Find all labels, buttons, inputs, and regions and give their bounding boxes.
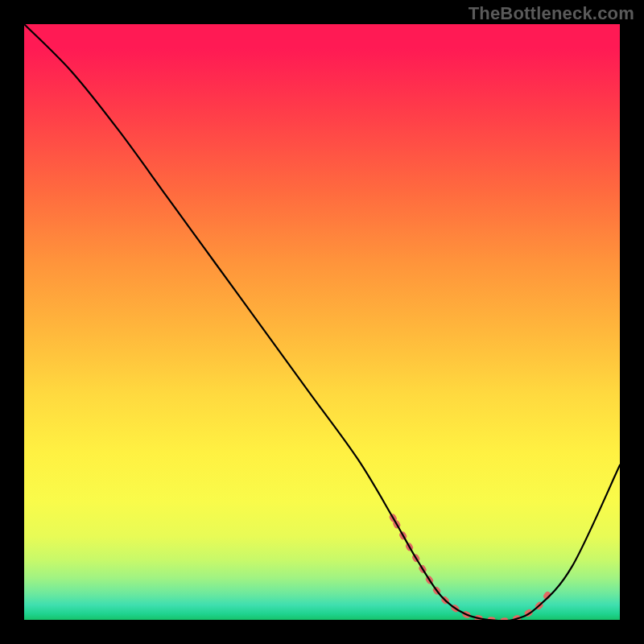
plot-area (24, 24, 620, 620)
curve-path (24, 24, 620, 620)
chart-stage: TheBottleneck.com (0, 0, 644, 644)
curve-layer (24, 24, 620, 620)
watermark-text: TheBottleneck.com (469, 3, 634, 24)
highlight-dots (392, 515, 549, 620)
